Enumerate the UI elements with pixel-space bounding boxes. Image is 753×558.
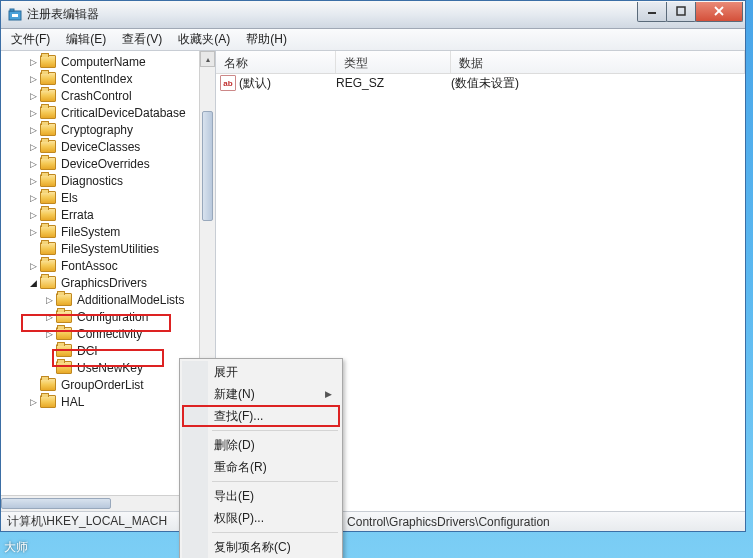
- tree-label: Cryptography: [59, 123, 135, 137]
- app-icon: [7, 7, 23, 23]
- tree-item[interactable]: ▷AdditionalModeLists: [3, 291, 215, 308]
- scroll-up-button[interactable]: ▴: [200, 51, 215, 67]
- folder-icon: [40, 378, 56, 391]
- tree-item-configuration[interactable]: ▷Configuration: [3, 308, 215, 325]
- context-permissions[interactable]: 权限(P)...: [182, 507, 340, 529]
- tree-label: FileSystemUtilities: [59, 242, 161, 256]
- expand-icon[interactable]: ▷: [27, 226, 39, 238]
- menu-file[interactable]: 文件(F): [5, 29, 56, 50]
- context-find[interactable]: 查找(F)...: [182, 405, 340, 427]
- expand-icon[interactable]: ▷: [27, 260, 39, 272]
- tree-item[interactable]: ▷FileSystem: [3, 223, 215, 240]
- tree-item-graphicsdrivers[interactable]: ◢GraphicsDrivers: [3, 274, 215, 291]
- folder-icon: [40, 242, 56, 255]
- expand-icon[interactable]: ▷: [27, 396, 39, 408]
- expand-icon[interactable]: ▷: [27, 56, 39, 68]
- list-header: 名称 类型 数据: [216, 51, 745, 74]
- context-menu: 展开 新建(N)▶ 查找(F)... 删除(D) 重命名(R) 导出(E) 权限…: [179, 358, 343, 558]
- tree-item[interactable]: ▷Connectivity: [3, 325, 215, 342]
- expand-icon[interactable]: ▷: [43, 328, 55, 340]
- expand-icon[interactable]: ▷: [27, 90, 39, 102]
- folder-icon: [56, 327, 72, 340]
- tree-label: ComputerName: [59, 55, 148, 69]
- window-controls: [638, 2, 743, 22]
- expand-icon[interactable]: ▷: [27, 158, 39, 170]
- context-delete[interactable]: 删除(D): [182, 434, 340, 456]
- menu-label: 重命名(R): [214, 459, 267, 476]
- tree-label: GraphicsDrivers: [59, 276, 149, 290]
- context-export[interactable]: 导出(E): [182, 485, 340, 507]
- folder-icon: [40, 72, 56, 85]
- context-new[interactable]: 新建(N)▶: [182, 383, 340, 405]
- expand-icon[interactable]: ▷: [27, 141, 39, 153]
- context-copy-key-name[interactable]: 复制项名称(C): [182, 536, 340, 558]
- expand-icon[interactable]: ▷: [43, 311, 55, 323]
- menu-separator: [212, 481, 338, 482]
- column-name[interactable]: 名称: [216, 51, 336, 73]
- svg-rect-2: [12, 14, 18, 17]
- menu-label: 查找(F)...: [214, 408, 263, 425]
- minimize-button[interactable]: [637, 2, 667, 22]
- tree-label: Diagnostics: [59, 174, 125, 188]
- tree-item[interactable]: DCI: [3, 342, 215, 359]
- tree-line: [43, 362, 55, 374]
- tree-line: [43, 345, 55, 357]
- tree-item[interactable]: ▷Els: [3, 189, 215, 206]
- menu-view[interactable]: 查看(V): [116, 29, 168, 50]
- tree-item[interactable]: ▷Errata: [3, 206, 215, 223]
- menu-separator: [212, 532, 338, 533]
- column-data[interactable]: 数据: [451, 51, 745, 73]
- tree-item[interactable]: ▷ContentIndex: [3, 70, 215, 87]
- context-rename[interactable]: 重命名(R): [182, 456, 340, 478]
- folder-open-icon: [40, 276, 56, 289]
- maximize-button[interactable]: [666, 2, 696, 22]
- expand-icon[interactable]: ▷: [27, 192, 39, 204]
- context-expand[interactable]: 展开: [182, 361, 340, 383]
- expand-icon[interactable]: ▷: [27, 124, 39, 136]
- tree-item[interactable]: ▷Cryptography: [3, 121, 215, 138]
- expand-icon[interactable]: ▷: [27, 175, 39, 187]
- menu-edit[interactable]: 编辑(E): [60, 29, 112, 50]
- column-type[interactable]: 类型: [336, 51, 451, 73]
- tree-label: DCI: [75, 344, 100, 358]
- tree-label: GroupOrderList: [59, 378, 146, 392]
- expand-icon[interactable]: ▷: [43, 294, 55, 306]
- folder-icon: [40, 259, 56, 272]
- tree-label: HAL: [59, 395, 86, 409]
- expand-icon[interactable]: ▷: [27, 209, 39, 221]
- tree-item[interactable]: ▷DeviceClasses: [3, 138, 215, 155]
- tree-label: ContentIndex: [59, 72, 134, 86]
- tree-label: CriticalDeviceDatabase: [59, 106, 188, 120]
- scrollbar-thumb[interactable]: [202, 111, 213, 221]
- svg-rect-1: [10, 9, 14, 11]
- tree-item[interactable]: ▷DeviceOverrides: [3, 155, 215, 172]
- value-name: (默认): [239, 75, 336, 92]
- tree-item[interactable]: ▷Diagnostics: [3, 172, 215, 189]
- menu-label: 复制项名称(C): [214, 539, 291, 556]
- folder-icon: [40, 106, 56, 119]
- folder-icon: [40, 89, 56, 102]
- tree-item[interactable]: ▷CrashControl: [3, 87, 215, 104]
- tree-item[interactable]: ▷ComputerName: [3, 53, 215, 70]
- tree-line: [27, 243, 39, 255]
- collapse-icon[interactable]: ◢: [27, 277, 39, 289]
- folder-icon: [56, 293, 72, 306]
- list-row[interactable]: ab (默认) REG_SZ (数值未设置): [216, 74, 745, 92]
- expand-icon[interactable]: ▷: [27, 73, 39, 85]
- horizontal-scrollbar[interactable]: ▸: [1, 495, 199, 511]
- tree-line: [27, 379, 39, 391]
- menu-favorites[interactable]: 收藏夹(A): [172, 29, 236, 50]
- tree-item[interactable]: ▷CriticalDeviceDatabase: [3, 104, 215, 121]
- expand-icon[interactable]: ▷: [27, 107, 39, 119]
- menu-label: 权限(P)...: [214, 510, 264, 527]
- tree-label: AdditionalModeLists: [75, 293, 186, 307]
- tree-label: DeviceOverrides: [59, 157, 152, 171]
- titlebar[interactable]: 注册表编辑器: [1, 1, 745, 29]
- submenu-arrow-icon: ▶: [325, 389, 332, 399]
- menu-help[interactable]: 帮助(H): [240, 29, 293, 50]
- tree-label: FontAssoc: [59, 259, 120, 273]
- tree-item[interactable]: ▷FontAssoc: [3, 257, 215, 274]
- tree-item[interactable]: FileSystemUtilities: [3, 240, 215, 257]
- close-button[interactable]: [695, 2, 743, 22]
- scrollbar-thumb[interactable]: [1, 498, 111, 509]
